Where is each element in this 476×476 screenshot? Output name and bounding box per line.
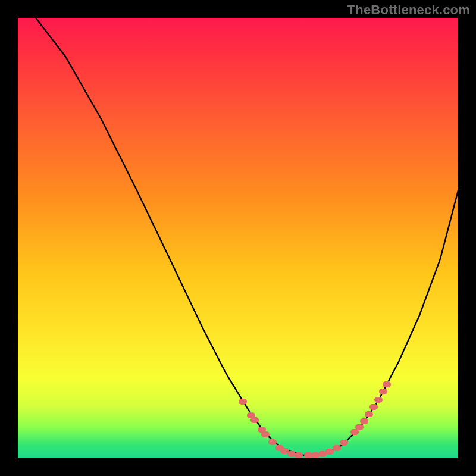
curve-marker [239, 399, 247, 405]
curve-marker [250, 417, 259, 423]
curve-marker [325, 449, 334, 455]
curve-marker [311, 452, 320, 458]
curve-marker [304, 452, 312, 458]
curve-marker [340, 440, 348, 446]
watermark-text: TheBottleneck.com [347, 2, 470, 18]
curve-marker [287, 451, 296, 457]
curve-marker [369, 404, 378, 410]
curve-marker [383, 381, 391, 387]
curve-marker [379, 389, 387, 394]
outer-frame: TheBottleneck.com [0, 0, 476, 476]
curve-markers [239, 381, 391, 458]
curve-marker [374, 397, 383, 403]
bottleneck-curve-svg [18, 18, 458, 458]
curve-marker [355, 424, 364, 430]
curve-marker [365, 411, 373, 417]
curve-marker [360, 418, 368, 424]
curve-marker [261, 431, 270, 437]
curve-marker [295, 452, 303, 458]
curve-marker [318, 451, 327, 457]
curve-marker [268, 439, 277, 445]
curve-marker [280, 448, 289, 454]
bottleneck-curve [36, 18, 458, 455]
curve-marker [333, 445, 341, 451]
